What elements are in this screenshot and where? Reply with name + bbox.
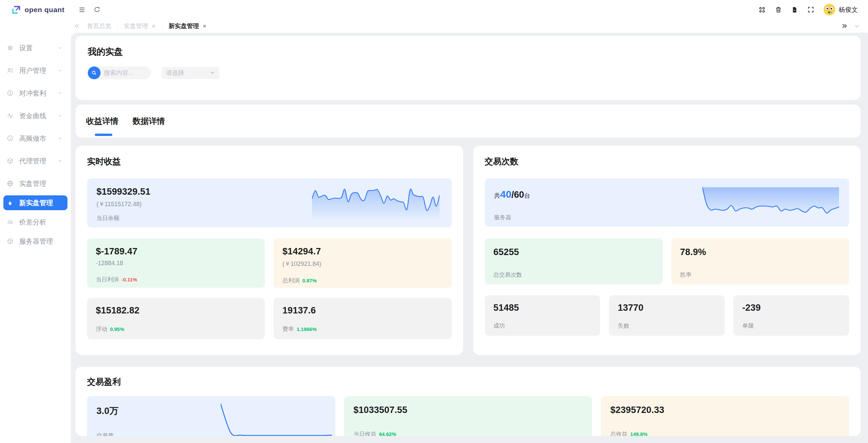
tab-divider	[117, 23, 118, 29]
servers-sparkline	[702, 187, 839, 218]
single-leg-label: 单腿	[742, 322, 840, 330]
sidebar-item-label: 资金曲线	[19, 111, 57, 120]
tab-new-live-manage[interactable]: 新实盘管理	[167, 22, 209, 30]
balance-panel: $1599329.51 (￥11515172.48) 当日余额	[87, 178, 452, 227]
servers-current: 40	[500, 189, 511, 200]
fail-value: 13770	[618, 303, 716, 313]
daily-revenue-panel: $1033507.55 当日收益 64.62%	[344, 396, 592, 436]
daily-profit-value: $-1789.47	[96, 246, 256, 257]
daily-revenue-label: 当日收益	[354, 430, 376, 436]
tab-data-detail[interactable]: 数据详情	[133, 116, 165, 127]
sidebar-item-label: 新实盘管理	[19, 198, 63, 207]
gauge-icon	[7, 219, 13, 225]
sidebar-item-hedge-arbitrage[interactable]: $ 对冲套利	[3, 86, 67, 101]
avatar	[823, 3, 836, 16]
fail-label: 失败	[618, 322, 716, 330]
trash-icon[interactable]	[775, 6, 782, 13]
fullscreen-icon[interactable]	[807, 6, 814, 13]
card-title: 实时收益	[87, 156, 452, 167]
sidebar-item-live-manage[interactable]: 实盘管理	[3, 176, 67, 191]
sidebar-item-label: 服务器管理	[19, 237, 63, 246]
fee-label: 费率	[282, 325, 294, 333]
sidebar-item-server-manage[interactable]: 服务器管理	[3, 234, 67, 249]
success-panel: 51485 成功	[485, 295, 600, 336]
daily-revenue-value: $1033507.55	[354, 405, 583, 415]
floating-panel: $15182.82 浮动 0.95%	[87, 298, 265, 339]
double-chevron-right-icon[interactable]	[841, 23, 848, 29]
daily-profit-panel: $-1789.47 -12884.18 当日利润 -0.11%	[87, 238, 265, 288]
chevron-down-icon	[57, 45, 63, 51]
success-label: 成功	[494, 322, 592, 330]
total-trades-label: 总交易次数	[494, 271, 654, 279]
sidebar-item-label: 用户管理	[19, 66, 57, 75]
total-revenue-label: 总收益	[610, 430, 627, 436]
sidebar-item-new-live-manage[interactable]: 新实盘管理	[3, 195, 67, 210]
total-revenue-pct: 149.8%	[630, 431, 647, 436]
page-tabs: 首页总览 实盘管理 新实盘管理	[85, 22, 841, 30]
tab-revenue-detail[interactable]: 收益详情	[86, 116, 118, 127]
fee-panels: $15182.82 浮动 0.95% 19137.6 费率 1.1966%	[87, 298, 452, 339]
winrate-label: 胜率	[680, 271, 840, 279]
yen-circle-icon: ¥	[7, 135, 13, 142]
total-profit-pct: 0.87%	[302, 278, 317, 283]
stats-row: 实时收益 $1599329.51 (￥11515172.48) 当日余额 $-1…	[76, 146, 861, 355]
chevron-down-icon	[57, 68, 63, 73]
trade-profit-card: 交易盈利 3.0万 交易量 $1033507.55 当日收益 64.62%	[76, 367, 861, 436]
total-trades-panel: 65255 总交易次数	[485, 238, 663, 284]
content: 我的实盘 请选择	[71, 33, 868, 443]
single-leg-value: -239	[742, 303, 840, 313]
chevron-down-icon	[57, 90, 63, 96]
brand-name: open quant	[25, 6, 64, 14]
sidebar-item-agent-manage[interactable]: 代理管理	[3, 154, 67, 168]
fee-panel: 19137.6 费率 1.1966%	[274, 298, 451, 339]
sidebar-item-label: 价差分析	[19, 218, 63, 227]
daily-profit-sub: -12884.18	[96, 260, 256, 267]
tab-home[interactable]: 首页总览	[85, 22, 113, 30]
close-icon[interactable]	[202, 24, 207, 29]
double-chevron-left-icon[interactable]	[74, 23, 80, 29]
menu-icon[interactable]	[78, 6, 86, 13]
gear-icon	[7, 45, 13, 51]
single-leg-panel: -239 单腿	[733, 295, 849, 336]
volume-sparkline	[221, 402, 332, 436]
card-title: 交易盈利	[87, 376, 849, 387]
chevron-down-icon	[57, 158, 63, 164]
success-value: 51485	[494, 303, 592, 313]
header: open quant	[0, 0, 868, 19]
filters: 请选择	[88, 66, 848, 79]
trade-summary-panels: 65255 总交易次数 78.9% 胜率	[485, 238, 849, 284]
tab-divider	[162, 23, 163, 29]
search-icon[interactable]	[88, 66, 101, 79]
sidebar-item-spread-analysis[interactable]: 价差分析	[3, 215, 67, 229]
total-revenue-value: $2395720.33	[610, 405, 840, 415]
sidebar-item-settings[interactable]: 设置	[3, 40, 67, 55]
total-revenue-panel: $2395720.33 总收益 149.8%	[601, 396, 849, 436]
user-menu[interactable]: 杨俊文	[823, 3, 858, 16]
sidebar-item-equity-curve[interactable]: 资金曲线	[3, 108, 67, 123]
brand-logo: open quant	[0, 5, 71, 15]
sidebar-item-users[interactable]: 用户管理	[3, 63, 67, 78]
servers-total: /60	[511, 190, 524, 200]
search-input[interactable]	[101, 70, 151, 77]
cube-icon	[7, 158, 13, 164]
servers-prefix: 共	[494, 192, 500, 199]
refresh-icon[interactable]	[93, 6, 101, 13]
servers-panel: 共40/60台 服务器	[485, 178, 849, 227]
server-cube-icon	[7, 238, 13, 245]
user-name: 杨俊文	[839, 5, 858, 14]
sidebar-item-label: 设置	[19, 44, 57, 53]
floating-value: $15182.82	[96, 305, 256, 316]
close-icon[interactable]	[151, 24, 156, 29]
fire-icon	[7, 199, 13, 206]
tab-live-manage[interactable]: 实盘管理	[122, 22, 158, 30]
profit-panels: $-1789.47 -12884.18 当日利润 -0.11% $14294.7…	[87, 238, 452, 288]
document-icon[interactable]	[791, 6, 798, 13]
filter-select[interactable]: 请选择	[161, 67, 219, 79]
chevron-down-icon[interactable]	[854, 23, 860, 29]
logo-icon	[11, 5, 21, 15]
total-trades-value: 65255	[494, 247, 654, 257]
sidebar-item-hf-market-making[interactable]: ¥ 高频做市	[3, 131, 67, 146]
apps-grid-icon[interactable]	[758, 6, 766, 13]
fee-value: 19137.6	[282, 305, 443, 316]
profit-panels: 3.0万 交易量 $1033507.55 当日收益 64.62% $239572…	[87, 396, 849, 436]
